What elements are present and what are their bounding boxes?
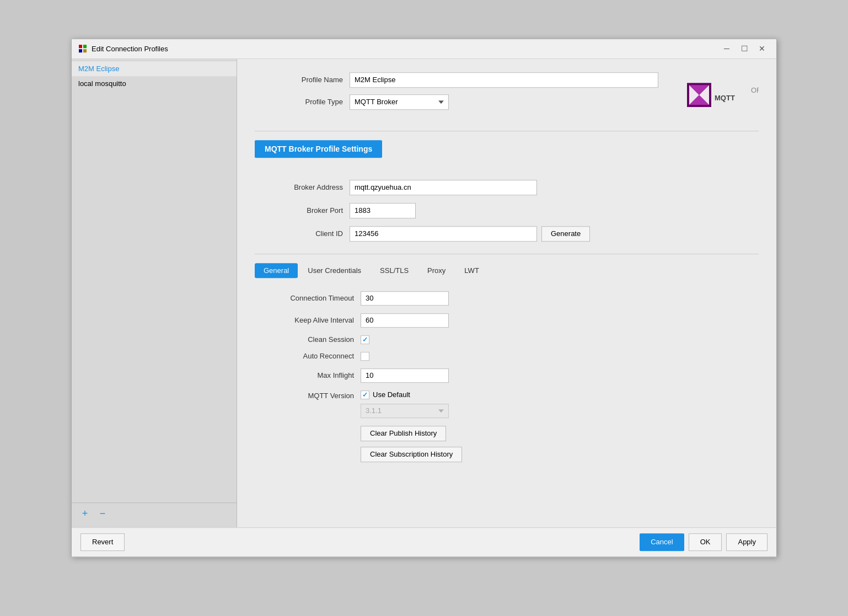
sidebar-footer: + − bbox=[72, 502, 237, 525]
clear-publish-history-button[interactable]: Clear Publish History bbox=[361, 426, 446, 441]
profile-type-label: Profile Type bbox=[255, 98, 343, 106]
mqtt-logo: MQTT ORG bbox=[687, 83, 759, 107]
clear-subscription-history-button[interactable]: Clear Subscription History bbox=[361, 447, 462, 462]
remove-profile-button[interactable]: − bbox=[96, 507, 109, 521]
main-content: Profile Name Profile Type MQTT Broker bbox=[237, 59, 776, 527]
window-controls: ─ ☐ ✕ bbox=[719, 43, 770, 54]
auto-reconnect-checkbox[interactable] bbox=[361, 352, 369, 361]
window-body: M2M Eclipse local mosquitto + − Profile … bbox=[72, 59, 776, 527]
broker-port-row: Broker Port bbox=[255, 203, 759, 218]
broker-address-input[interactable] bbox=[350, 180, 537, 195]
tabs: General User Credentials SSL/TLS Proxy L… bbox=[255, 263, 759, 278]
svg-rect-3 bbox=[83, 49, 87, 52]
tab-ssl-tls[interactable]: SSL/TLS bbox=[371, 263, 417, 278]
version-select[interactable]: 3.1.1 3.1 5.0 bbox=[361, 404, 449, 418]
keep-alive-label: Keep Alive Interval bbox=[255, 316, 354, 324]
broker-port-label: Broker Port bbox=[255, 206, 343, 215]
max-inflight-row: Max Inflight bbox=[255, 368, 759, 383]
section-header-wrap: MQTT Broker Profile Settings bbox=[255, 140, 759, 169]
sidebar: M2M Eclipse local mosquitto + − bbox=[72, 59, 237, 527]
svg-rect-1 bbox=[83, 45, 87, 48]
window-title: Edit Connection Profiles bbox=[92, 45, 719, 53]
close-button[interactable]: ✕ bbox=[754, 43, 770, 54]
bottom-bar: Revert Cancel OK Apply bbox=[72, 527, 776, 556]
auto-reconnect-row: Auto Reconnect bbox=[255, 352, 759, 361]
version-controls: Use Default 3.1.1 3.1 5.0 bbox=[361, 390, 449, 418]
use-default-checkbox[interactable] bbox=[361, 390, 369, 399]
max-inflight-input[interactable] bbox=[361, 368, 449, 383]
use-default-label: Use Default bbox=[373, 390, 410, 399]
svg-text:MQTT: MQTT bbox=[715, 94, 735, 102]
max-inflight-label: Max Inflight bbox=[255, 371, 354, 379]
mqtt-version-label: MQTT Version bbox=[255, 390, 354, 400]
client-id-input[interactable] bbox=[350, 226, 537, 242]
use-default-row: Use Default bbox=[361, 390, 449, 399]
cancel-button[interactable]: Cancel bbox=[640, 533, 684, 551]
svg-rect-0 bbox=[79, 45, 82, 48]
client-id-row: Client ID Generate bbox=[255, 226, 759, 242]
tab-general[interactable]: General bbox=[255, 263, 298, 278]
ok-button[interactable]: OK bbox=[689, 533, 722, 551]
sidebar-item-m2m-eclipse[interactable]: M2M Eclipse bbox=[72, 61, 237, 76]
tab-proxy[interactable]: Proxy bbox=[418, 263, 454, 278]
connection-timeout-label: Connection Timeout bbox=[255, 294, 354, 302]
app-icon bbox=[78, 44, 87, 53]
maximize-button[interactable]: ☐ bbox=[737, 43, 752, 54]
broker-address-label: Broker Address bbox=[255, 183, 343, 191]
client-id-label: Client ID bbox=[255, 229, 343, 238]
general-settings: Connection Timeout Keep Alive Interval C… bbox=[255, 291, 759, 514]
bottom-right: Cancel OK Apply bbox=[640, 533, 768, 551]
mqtt-version-row: MQTT Version Use Default 3.1.1 3.1 5.0 bbox=[255, 390, 759, 418]
keep-alive-input[interactable] bbox=[361, 313, 449, 328]
divider-top bbox=[255, 131, 759, 131]
profile-name-input[interactable] bbox=[350, 72, 658, 88]
clean-session-checkbox[interactable] bbox=[361, 335, 369, 344]
connection-timeout-row: Connection Timeout bbox=[255, 291, 759, 306]
svg-text:ORG: ORG bbox=[751, 86, 759, 94]
broker-port-input[interactable] bbox=[350, 203, 416, 218]
tab-lwt[interactable]: LWT bbox=[455, 263, 487, 278]
sidebar-item-local-mosquitto[interactable]: local mosquitto bbox=[72, 76, 237, 91]
title-bar: Edit Connection Profiles ─ ☐ ✕ bbox=[72, 39, 776, 59]
keep-alive-row: Keep Alive Interval bbox=[255, 313, 759, 328]
generate-button[interactable]: Generate bbox=[541, 226, 590, 242]
main-window: Edit Connection Profiles ─ ☐ ✕ M2M Eclip… bbox=[71, 39, 777, 557]
profile-type-select[interactable]: MQTT Broker bbox=[350, 94, 449, 110]
profile-name-row: Profile Name bbox=[255, 72, 687, 88]
tab-user-credentials[interactable]: User Credentials bbox=[299, 263, 370, 278]
connection-timeout-input[interactable] bbox=[361, 291, 449, 306]
profile-form-top: Profile Name Profile Type MQTT Broker bbox=[255, 72, 687, 117]
apply-button[interactable]: Apply bbox=[726, 533, 768, 551]
add-profile-button[interactable]: + bbox=[78, 507, 92, 521]
section-header: MQTT Broker Profile Settings bbox=[255, 140, 382, 158]
divider-mid bbox=[255, 254, 759, 254]
svg-rect-2 bbox=[79, 49, 82, 52]
header-row: Profile Name Profile Type MQTT Broker bbox=[255, 72, 759, 117]
revert-button[interactable]: Revert bbox=[80, 533, 125, 551]
profile-type-row: Profile Type MQTT Broker bbox=[255, 94, 687, 110]
auto-reconnect-label: Auto Reconnect bbox=[255, 352, 354, 360]
clean-session-label: Clean Session bbox=[255, 335, 354, 344]
profile-name-label: Profile Name bbox=[255, 76, 343, 84]
clean-session-row: Clean Session bbox=[255, 335, 759, 344]
minimize-button[interactable]: ─ bbox=[719, 43, 734, 54]
broker-address-row: Broker Address bbox=[255, 180, 759, 195]
